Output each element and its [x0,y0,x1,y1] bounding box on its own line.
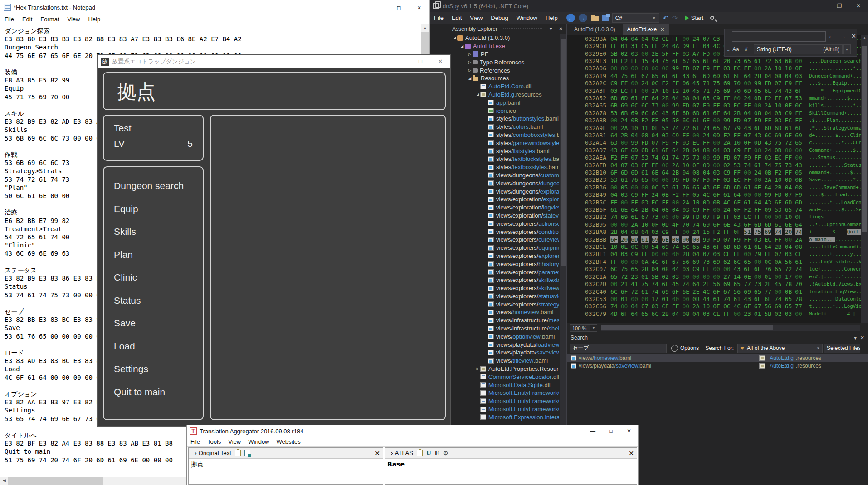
scrollbar-thumb[interactable] [561,39,566,266]
hex-byte[interactable]: FF [713,176,723,183]
hex-byte[interactable]: 99 [723,117,734,124]
hex-byte[interactable]: 79 [754,251,765,257]
hex-byte[interactable]: 61 [723,73,734,79]
hex-byte[interactable]: 01 [795,288,805,295]
hex-byte[interactable]: 0D [662,221,672,228]
hex-byte[interactable]: 61 [744,184,754,191]
hex-byte[interactable]: 00 [621,221,631,228]
hex-byte[interactable]: 2B [682,251,692,257]
hex-byte[interactable]: FF [652,117,662,124]
hex-byte[interactable]: C9 [785,110,795,116]
hex-byte[interactable]: FF [734,132,744,139]
hex-byte[interactable]: 65 [692,184,703,191]
menu-window[interactable]: Window [244,438,273,445]
hex-row[interactable]: 032A3F03ECFF002A10121045717569706D656E74… [567,87,861,94]
hex-byte[interactable]: 24 [662,43,672,49]
hex-byte[interactable]: 75 [775,139,785,146]
clipboard-icon[interactable] [235,450,241,456]
hex-byte[interactable]: F9 [785,80,795,87]
hex-byte[interactable]: 6C [652,310,662,317]
hex-byte[interactable]: 24 [652,191,662,198]
find-next-icon[interactable]: → [840,33,846,39]
hex-byte[interactable]: 6B [621,110,631,116]
hex-byte[interactable]: 45 [672,281,683,287]
hex-byte[interactable]: 56 [734,288,744,295]
hex-row[interactable]: 032AEAF2FF075374617475730099FD07F9FF03EC… [567,154,861,161]
hex-byte[interactable]: 07 [775,251,785,257]
hex-byte[interactable]: 69 [723,281,734,287]
hex-byte[interactable]: 6F [672,288,683,295]
hex-byte[interactable]: 00 [775,213,785,220]
hex-byte[interactable]: FF [713,65,723,72]
hex-byte[interactable]: 10 [631,125,641,131]
hex-byte[interactable]: 6F [744,221,754,228]
hex-byte[interactable]: 00 [775,273,785,280]
hex-byte[interactable]: 00 [662,102,672,109]
scroll-up-icon[interactable]: ▲ [421,24,429,32]
expander-open-icon[interactable]: ◢ [459,44,465,48]
hex-byte[interactable]: 99 [682,213,692,220]
hex-byte[interactable]: 0E [744,273,754,280]
hex-byte[interactable]: 6E [652,169,662,176]
hex-byte[interactable]: C9 [610,80,621,87]
hex-byte[interactable]: 64 [662,169,672,176]
hex-byte[interactable]: 04 [703,43,713,49]
hex-byte[interactable]: 04 [672,266,683,272]
hex-byte[interactable]: 6D [764,125,775,131]
hex-byte[interactable]: 6C [734,258,744,265]
match-case-toggle[interactable]: Aa [732,46,739,53]
hex-byte[interactable]: 6D [631,147,641,154]
hex-byte[interactable]: F2 [662,80,672,87]
hex-byte[interactable]: 69 [713,258,723,265]
hex-byte[interactable]: 08 [682,95,692,102]
scroll-left-icon[interactable]: ◀ [0,477,8,485]
maximize-icon[interactable]: □ [602,426,620,436]
hex-row[interactable]: 032AC4630099FD07F9FF03ECFF002A100F0D4375… [567,139,861,146]
hex-byte[interactable]: 6E [764,87,775,94]
hex-row[interactable]: 032C076C75652B04080403C9FF0000436F6E7665… [567,266,861,273]
hex-byte[interactable]: 00 [610,65,621,72]
hex-byte[interactable]: 74 [795,266,805,272]
hex-byte[interactable]: 12 [672,87,683,94]
hex-byte[interactable]: 0B [713,199,723,206]
hex-byte[interactable]: 24 [692,35,703,42]
hex-byte[interactable]: 00 [610,117,621,124]
hex-byte[interactable]: 00 [641,50,652,57]
hex-byte[interactable]: 2A [764,65,775,72]
hex-byte[interactable]: 69 [631,110,641,116]
hex-byte[interactable]: C5 [641,43,652,49]
hex-byte[interactable]: 43 [703,243,713,250]
hex-byte[interactable]: C9 [631,251,641,257]
hex-byte[interactable]: 03 [703,95,713,102]
hex-byte[interactable]: F2 [621,58,631,64]
hex-byte[interactable]: 2E [703,281,713,287]
hex-byte[interactable]: 00 [744,251,754,257]
hex-byte[interactable]: 6D [621,95,631,102]
hex-byte[interactable]: 04 [631,132,641,139]
menu-help[interactable]: Help [541,15,562,21]
hex-byte[interactable]: FF [631,87,641,94]
hex-byte[interactable]: 65 [734,281,744,287]
hex-byte[interactable]: CE [713,310,723,317]
hex-byte[interactable]: 4C [734,303,744,310]
hex-byte[interactable]: 00 [754,176,765,183]
hex-byte[interactable]: 02 [723,162,734,169]
menu-window[interactable]: Window [512,15,541,21]
hex-byte[interactable]: 0A [775,258,785,265]
hex-byte[interactable]: 72 [785,139,795,146]
hex-byte[interactable]: 0D [713,132,723,139]
minimize-icon[interactable]: — [390,55,410,68]
menu-format[interactable]: Format [36,16,63,23]
hex-byte[interactable]: 69 [764,228,775,235]
hex-byte[interactable]: 61 [703,110,713,116]
hex-byte[interactable]: 99 [672,65,683,72]
hex-byte[interactable]: 43 [734,221,744,228]
hex-byte[interactable]: 6D [713,73,723,79]
hex-byte[interactable]: 75 [775,162,785,169]
hex-byte[interactable]: 07 [785,191,795,198]
search-result-row[interactable]: views/playdata/saveview.bamlAutoEtd.g.re… [567,362,868,369]
hex-byte[interactable]: 74 [764,162,775,169]
hex-byte[interactable]: CE [795,251,805,257]
find-input[interactable] [732,31,826,42]
hex-byte[interactable]: 6E [662,147,672,154]
